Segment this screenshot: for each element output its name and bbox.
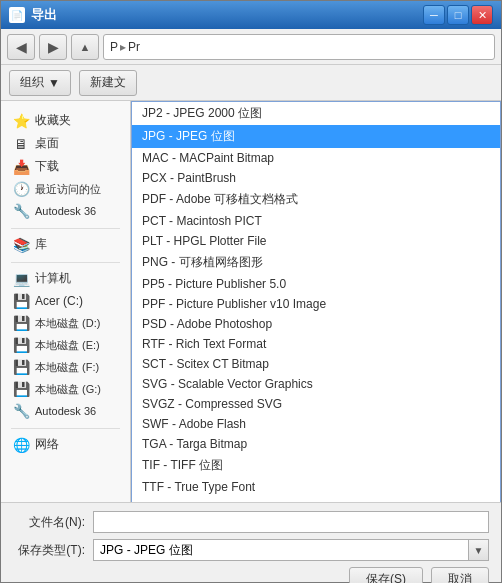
format-dropdown-list[interactable]: JP2 - JPEG 2000 位图JPG - JPEG 位图MAC - MAC… (131, 101, 501, 502)
sidebar-item-downloads[interactable]: 📥 下载 (5, 155, 126, 178)
drive-e-icon: 💾 (11, 337, 31, 353)
sidebar-item-acer-c[interactable]: 💾 Acer (C:) (5, 290, 126, 312)
up-button[interactable]: ▲ (71, 34, 99, 60)
dropdown-item-pcx[interactable]: PCX - PaintBrush (132, 168, 500, 188)
filetype-label: 保存类型(T): (13, 542, 85, 559)
dropdown-item-ttf[interactable]: TTF - True Type Font (132, 477, 500, 497)
forward-button[interactable]: ▶ (39, 34, 67, 60)
filetype-dropdown-arrow[interactable]: ▼ (469, 539, 489, 561)
path-text: P (110, 40, 118, 54)
sidebar-library-label: 库 (35, 236, 47, 253)
sidebar-item-local-f[interactable]: 💾 本地磁盘 (F:) (5, 356, 126, 378)
sidebar-item-recent[interactable]: 🕐 最近访问的位 (5, 178, 126, 200)
cancel-button[interactable]: 取消 (431, 567, 489, 583)
sidebar-item-local-e[interactable]: 💾 本地磁盘 (E:) (5, 334, 126, 356)
network-icon: 🌐 (11, 437, 31, 453)
sidebar-favorites-label: 收藏夹 (35, 112, 71, 129)
organize-button[interactable]: 组织 ▼ (9, 70, 71, 96)
maximize-button[interactable]: □ (447, 5, 469, 25)
sidebar-item-local-d[interactable]: 💾 本地磁盘 (D:) (5, 312, 126, 334)
content-area: JP2 - JPEG 2000 位图JPG - JPEG 位图MAC - MAC… (131, 101, 501, 502)
filetype-input[interactable] (93, 539, 469, 561)
sidebar-library-section: 📚 库 (5, 233, 126, 256)
dropdown-item-jpg[interactable]: JPG - JPEG 位图 (132, 125, 500, 148)
dropdown-item-txt[interactable]: TXT - ANSI Text (132, 497, 500, 502)
sidebar-acer-c-label: Acer (C:) (35, 294, 83, 308)
drive-g-icon: 💾 (11, 381, 31, 397)
dropdown-item-sct[interactable]: SCT - Scitex CT Bitmap (132, 354, 500, 374)
filename-input[interactable] (93, 511, 489, 533)
desktop-icon: 🖥 (11, 136, 31, 152)
filename-label: 文件名(N): (13, 514, 85, 531)
dropdown-item-ppf[interactable]: PPF - Picture Publisher v10 Image (132, 294, 500, 314)
sidebar-divider-3 (11, 428, 120, 429)
sidebar-item-local-g[interactable]: 💾 本地磁盘 (G:) (5, 378, 126, 400)
sidebar-item-library[interactable]: 📚 库 (5, 233, 126, 256)
nav-toolbar: ◀ ▶ ▲ P ▸ Pr (1, 29, 501, 65)
library-icon: 📚 (11, 237, 31, 253)
sidebar-local-e-label: 本地磁盘 (E:) (35, 338, 100, 353)
sidebar-network-section: 🌐 网络 (5, 433, 126, 456)
main-area: ⭐ 收藏夹 🖥 桌面 📥 下载 🕐 最近访问的位 🔧 Autodes (1, 101, 501, 502)
window-icon: 📄 (9, 7, 25, 23)
dropdown-item-svgz[interactable]: SVGZ - Compressed SVG (132, 394, 500, 414)
dropdown-item-png[interactable]: PNG - 可移植网络图形 (132, 251, 500, 274)
drive-d-icon: 💾 (11, 315, 31, 331)
dropdown-item-tga[interactable]: TGA - Targa Bitmap (132, 434, 500, 454)
new-folder-button[interactable]: 新建文 (79, 70, 137, 96)
sidebar-item-network[interactable]: 🌐 网络 (5, 433, 126, 456)
sidebar-item-desktop[interactable]: 🖥 桌面 (5, 132, 126, 155)
dropdown-item-mac[interactable]: MAC - MACPaint Bitmap (132, 148, 500, 168)
export-window: 📄 导出 ─ □ ✕ ◀ ▶ ▲ P ▸ Pr 组织 ▼ 新建文 (0, 0, 502, 583)
sidebar-item-autodesk-b[interactable]: 🔧 Autodesk 36 (5, 400, 126, 422)
sidebar-divider-2 (11, 262, 120, 263)
dropdown-item-psd[interactable]: PSD - Adobe Photoshop (132, 314, 500, 334)
back-button[interactable]: ◀ (7, 34, 35, 60)
autodesk-icon-a: 🔧 (11, 203, 31, 219)
filetype-row: 保存类型(T): ▼ (13, 539, 489, 561)
close-button[interactable]: ✕ (471, 5, 493, 25)
sidebar-favorites-section: ⭐ 收藏夹 🖥 桌面 📥 下载 🕐 最近访问的位 🔧 Autodes (5, 109, 126, 222)
sidebar-network-label: 网络 (35, 436, 59, 453)
sidebar-local-g-label: 本地磁盘 (G:) (35, 382, 101, 397)
sidebar-local-d-label: 本地磁盘 (D:) (35, 316, 100, 331)
sidebar-computer-section: 💻 计算机 💾 Acer (C:) 💾 本地磁盘 (D:) 💾 本地磁盘 (E:… (5, 267, 126, 422)
star-icon: ⭐ (11, 113, 31, 129)
secondary-toolbar: 组织 ▼ 新建文 (1, 65, 501, 101)
recent-icon: 🕐 (11, 181, 31, 197)
path-bar: P ▸ Pr (103, 34, 495, 60)
download-icon: 📥 (11, 159, 31, 175)
dropdown-item-swf[interactable]: SWF - Adobe Flash (132, 414, 500, 434)
save-button[interactable]: 保存(S) (349, 567, 423, 583)
dropdown-item-pct[interactable]: PCT - Macintosh PICT (132, 211, 500, 231)
sidebar-item-computer[interactable]: 💻 计算机 (5, 267, 126, 290)
sidebar-autodesk-b-label: Autodesk 36 (35, 405, 96, 417)
minimize-button[interactable]: ─ (423, 5, 445, 25)
dropdown-item-pp5[interactable]: PP5 - Picture Publisher 5.0 (132, 274, 500, 294)
dropdown-item-tif[interactable]: TIF - TIFF 位图 (132, 454, 500, 477)
computer-icon: 💻 (11, 271, 31, 287)
sidebar: ⭐ 收藏夹 🖥 桌面 📥 下载 🕐 最近访问的位 🔧 Autodes (1, 101, 131, 502)
filetype-input-group: ▼ (93, 539, 489, 561)
dropdown-item-rtf[interactable]: RTF - Rich Text Format (132, 334, 500, 354)
drive-f-icon: 💾 (11, 359, 31, 375)
dropdown-item-svg[interactable]: SVG - Scalable Vector Graphics (132, 374, 500, 394)
sidebar-downloads-label: 下载 (35, 158, 59, 175)
window-title: 导出 (31, 6, 423, 24)
sidebar-item-autodesk-a[interactable]: 🔧 Autodesk 36 (5, 200, 126, 222)
sidebar-computer-label: 计算机 (35, 270, 71, 287)
filename-row: 文件名(N): (13, 511, 489, 533)
dropdown-item-pdf[interactable]: PDF - Adobe 可移植文档格式 (132, 188, 500, 211)
sidebar-autodesk-a-label: Autodesk 36 (35, 205, 96, 217)
drive-c-icon: 💾 (11, 293, 31, 309)
autodesk-icon-b: 🔧 (11, 403, 31, 419)
bottom-buttons: 保存(S) 取消 (13, 567, 489, 583)
title-bar: 📄 导出 ─ □ ✕ (1, 1, 501, 29)
dropdown-item-jp2[interactable]: JP2 - JPEG 2000 位图 (132, 102, 500, 125)
window-controls: ─ □ ✕ (423, 5, 493, 25)
sidebar-item-favorites[interactable]: ⭐ 收藏夹 (5, 109, 126, 132)
dropdown-item-plt[interactable]: PLT - HPGL Plotter File (132, 231, 500, 251)
path-current: Pr (128, 40, 140, 54)
sidebar-local-f-label: 本地磁盘 (F:) (35, 360, 99, 375)
sidebar-desktop-label: 桌面 (35, 135, 59, 152)
